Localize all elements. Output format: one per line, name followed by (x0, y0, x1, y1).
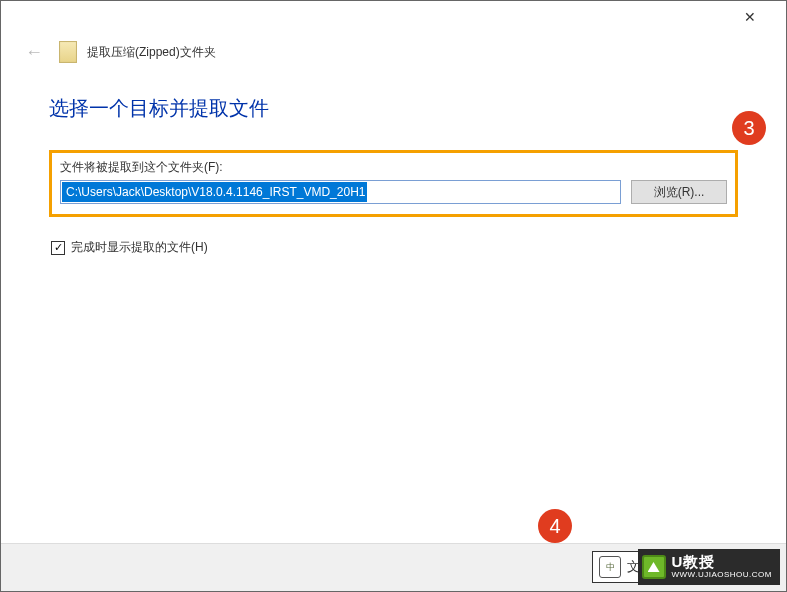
back-arrow-icon: ← (19, 42, 49, 63)
close-icon: ✕ (744, 9, 756, 25)
show-files-label: 完成时显示提取的文件(H) (71, 239, 208, 256)
destination-path-text: C:\Users\Jack\Desktop\V18.0.4.1146_IRST_… (62, 182, 367, 202)
browse-button[interactable]: 浏览(R)... (631, 180, 727, 204)
window-title: 提取压缩(Zipped)文件夹 (87, 44, 216, 61)
close-button[interactable]: ✕ (730, 3, 770, 31)
destination-label: 文件将被提取到这个文件夹(F): (60, 159, 727, 176)
show-files-checkbox[interactable]: ✓ (51, 241, 65, 255)
watermark-brand: U教授 (672, 554, 773, 571)
wizard-header: ← 提取压缩(Zipped)文件夹 (1, 33, 786, 77)
show-files-checkbox-row: ✓ 完成时显示提取的文件(H) (49, 239, 738, 256)
watermark: U教授 WWW.UJIAOSHOU.COM (638, 549, 781, 585)
destination-field-group: 文件将被提取到这个文件夹(F): C:\Users\Jack\Desktop\V… (49, 150, 738, 217)
ime-icon: 中 (599, 556, 621, 578)
watermark-url: WWW.UJIAOSHOU.COM (672, 571, 773, 580)
input-row: C:\Users\Jack\Desktop\V18.0.4.1146_IRST_… (60, 180, 727, 204)
titlebar: ✕ (1, 1, 786, 33)
content-area: 选择一个目标并提取文件 文件将被提取到这个文件夹(F): C:\Users\Ja… (1, 77, 786, 256)
destination-input[interactable]: C:\Users\Jack\Desktop\V18.0.4.1146_IRST_… (60, 180, 621, 204)
zipped-folder-icon (59, 41, 77, 63)
annotation-badge-4: 4 (538, 509, 572, 543)
watermark-logo-icon (642, 555, 666, 579)
watermark-text: U教授 WWW.UJIAOSHOU.COM (672, 554, 773, 579)
annotation-badge-3: 3 (732, 111, 766, 145)
page-heading: 选择一个目标并提取文件 (49, 95, 738, 122)
checkmark-icon: ✓ (54, 242, 63, 253)
